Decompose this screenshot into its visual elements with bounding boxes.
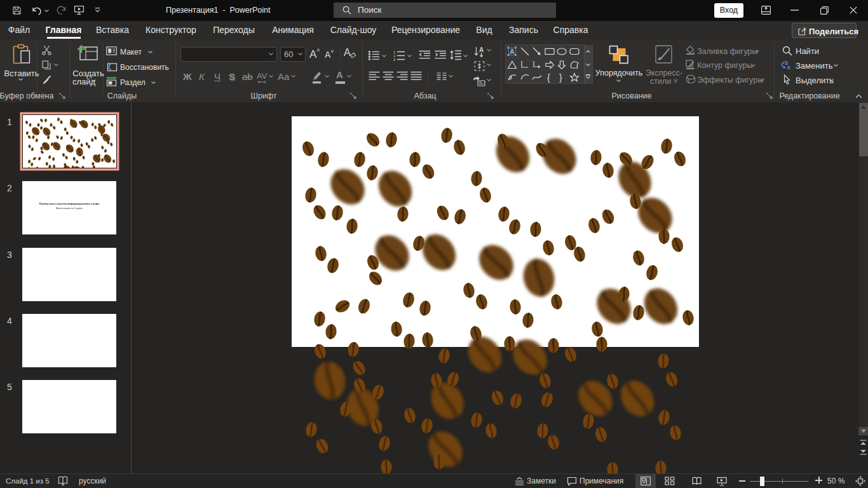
svg-text:А: А [479,46,484,53]
svg-text:}: } [559,72,562,83]
svg-text:A: A [510,48,515,55]
svg-text:c: c [787,64,790,71]
svg-text:3: 3 [393,58,395,62]
svg-text:{: { [547,72,550,83]
